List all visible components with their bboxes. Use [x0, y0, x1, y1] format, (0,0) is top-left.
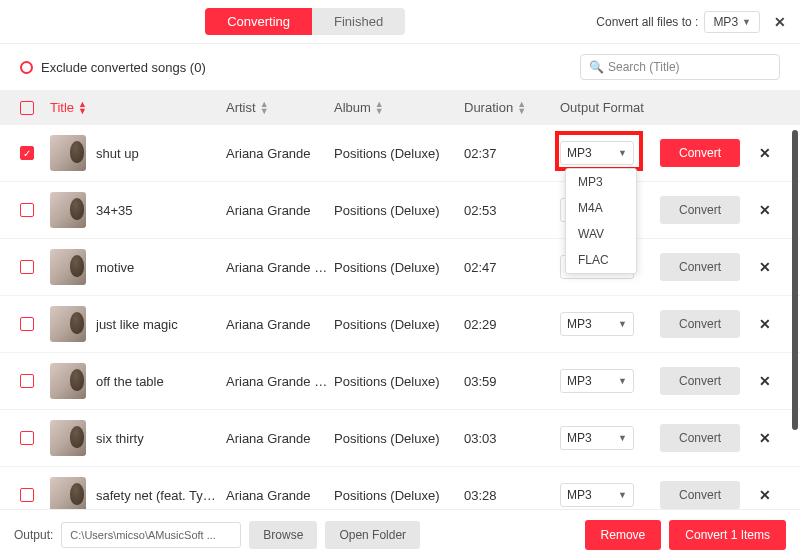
row-checkbox[interactable]: ✓	[20, 146, 34, 160]
format-option[interactable]: MP3	[566, 169, 636, 195]
track-title: off the table	[96, 374, 164, 389]
format-option[interactable]: WAV	[566, 221, 636, 247]
format-option[interactable]: FLAC	[566, 247, 636, 273]
track-artist: Ariana Grande & ...	[226, 374, 334, 389]
header-title[interactable]: Title▲▼	[50, 100, 226, 115]
sort-icon: ▲▼	[260, 101, 269, 115]
row-checkbox[interactable]	[20, 317, 34, 331]
output-path-field[interactable]: C:\Users\micso\AMusicSoft ...	[61, 522, 241, 548]
remove-row-icon[interactable]: ✕	[750, 430, 780, 446]
track-album: Positions (Deluxe)	[334, 431, 464, 446]
row-checkbox[interactable]	[20, 431, 34, 445]
track-duration: 03:03	[464, 431, 560, 446]
album-art	[50, 363, 86, 399]
track-artist: Ariana Grande	[226, 146, 334, 161]
album-art	[50, 306, 86, 342]
open-folder-button[interactable]: Open Folder	[325, 521, 420, 549]
sort-icon: ▲▼	[517, 101, 526, 115]
convert-button[interactable]: Convert	[660, 367, 740, 395]
format-select[interactable]: MP3▼	[560, 426, 634, 450]
header-duration[interactable]: Duration▲▼	[464, 100, 560, 115]
tab-converting[interactable]: Converting	[205, 8, 312, 35]
format-select[interactable]: MP3▼	[560, 312, 634, 336]
convert-button[interactable]: Convert	[660, 139, 740, 167]
convert-items-button[interactable]: Convert 1 Items	[669, 520, 786, 550]
format-select[interactable]: MP3▼	[560, 369, 634, 393]
search-placeholder: Search (Title)	[608, 60, 680, 74]
close-icon[interactable]: ✕	[774, 14, 786, 30]
track-title: six thirty	[96, 431, 144, 446]
chevron-down-icon: ▼	[618, 490, 627, 500]
chevron-down-icon: ▼	[618, 376, 627, 386]
track-duration: 03:28	[464, 488, 560, 503]
track-title: just like magic	[96, 317, 178, 332]
album-art	[50, 135, 86, 171]
table-row: ✓shut upAriana GrandePositions (Deluxe)0…	[0, 125, 800, 182]
row-checkbox[interactable]	[20, 374, 34, 388]
exclude-label: Exclude converted songs (0)	[41, 60, 206, 75]
track-duration: 02:29	[464, 317, 560, 332]
remove-row-icon[interactable]: ✕	[750, 259, 780, 275]
convert-button[interactable]: Convert	[660, 196, 740, 224]
row-checkbox[interactable]	[20, 260, 34, 274]
convert-button[interactable]: Convert	[660, 310, 740, 338]
search-input[interactable]: 🔍 Search (Title)	[580, 54, 780, 80]
header-artist[interactable]: Artist▲▼	[226, 100, 334, 115]
browse-button[interactable]: Browse	[249, 521, 317, 549]
format-value: MP3	[567, 488, 592, 502]
remove-row-icon[interactable]: ✕	[750, 202, 780, 218]
convert-all-select[interactable]: MP3 ▼	[704, 11, 760, 33]
album-art	[50, 477, 86, 513]
track-album: Positions (Deluxe)	[334, 488, 464, 503]
sort-icon: ▲▼	[375, 101, 384, 115]
format-select[interactable]: MP3▼	[560, 483, 634, 507]
format-select[interactable]: MP3▼	[560, 141, 634, 165]
track-duration: 02:47	[464, 260, 560, 275]
row-checkbox[interactable]	[20, 488, 34, 502]
track-title: motive	[96, 260, 134, 275]
track-duration: 02:37	[464, 146, 560, 161]
select-all-checkbox[interactable]	[20, 101, 34, 115]
tab-finished[interactable]: Finished	[312, 8, 405, 35]
table-row: off the tableAriana Grande & ...Position…	[0, 353, 800, 410]
remove-row-icon[interactable]: ✕	[750, 487, 780, 503]
output-label: Output:	[14, 528, 53, 542]
row-checkbox[interactable]	[20, 203, 34, 217]
table-header: Title▲▼ Artist▲▼ Album▲▼ Duration▲▼ Outp…	[0, 90, 800, 125]
track-album: Positions (Deluxe)	[334, 374, 464, 389]
chevron-down-icon: ▼	[742, 17, 751, 27]
track-album: Positions (Deluxe)	[334, 203, 464, 218]
album-art	[50, 420, 86, 456]
convert-button[interactable]: Convert	[660, 424, 740, 452]
search-icon: 🔍	[589, 60, 604, 74]
convert-all-value: MP3	[713, 15, 738, 29]
header-album[interactable]: Album▲▼	[334, 100, 464, 115]
album-art	[50, 192, 86, 228]
format-value: MP3	[567, 146, 592, 160]
chevron-down-icon: ▼	[618, 319, 627, 329]
header-format: Output Format	[560, 100, 660, 115]
remove-row-icon[interactable]: ✕	[750, 373, 780, 389]
album-art	[50, 249, 86, 285]
convert-button[interactable]: Convert	[660, 481, 740, 509]
remove-button[interactable]: Remove	[585, 520, 662, 550]
convert-button[interactable]: Convert	[660, 253, 740, 281]
track-album: Positions (Deluxe)	[334, 317, 464, 332]
table-row: 34+35Ariana GrandePositions (Deluxe)02:5…	[0, 182, 800, 239]
track-artist: Ariana Grande	[226, 203, 334, 218]
format-option[interactable]: M4A	[566, 195, 636, 221]
format-value: MP3	[567, 431, 592, 445]
table-row: six thirtyAriana GrandePositions (Deluxe…	[0, 410, 800, 467]
chevron-down-icon: ▼	[618, 433, 627, 443]
track-title: safety net (feat. Ty ...	[96, 488, 216, 503]
track-artist: Ariana Grande & ...	[226, 260, 334, 275]
track-album: Positions (Deluxe)	[334, 260, 464, 275]
track-title: 34+35	[96, 203, 133, 218]
remove-row-icon[interactable]: ✕	[750, 145, 780, 161]
scrollbar[interactable]	[792, 130, 798, 430]
format-value: MP3	[567, 317, 592, 331]
remove-row-icon[interactable]: ✕	[750, 316, 780, 332]
chevron-down-icon: ▼	[618, 148, 627, 158]
format-dropdown: MP3M4AWAVFLAC	[565, 168, 637, 274]
exclude-radio[interactable]	[20, 61, 33, 74]
